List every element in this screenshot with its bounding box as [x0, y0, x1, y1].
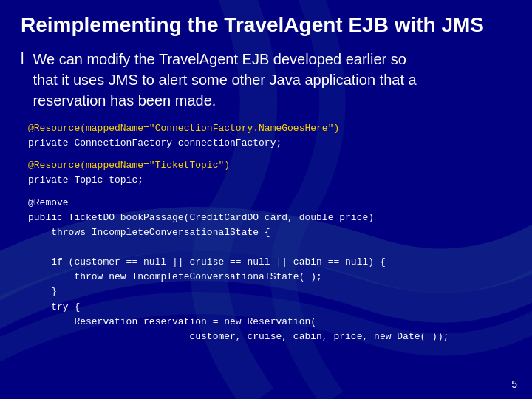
code-section-3: @Remove public TicketDO bookPassage(Cred… [21, 196, 511, 344]
bullet-line-3: reservation has been made. [33, 92, 216, 109]
annotation-1: @Resource(mappedName="ConnectionFactory.… [28, 123, 339, 134]
code-throws: throws IncompleteConversationalState { [28, 227, 270, 238]
bullet-text: We can modify the TravelAgent EJB develo… [33, 49, 416, 111]
code-if: if (customer == null || cruise == null |… [28, 256, 386, 267]
code-block-2: @Resource(mappedName="TicketTopic") priv… [28, 158, 511, 188]
code-line-topic: private Topic topic; [28, 174, 143, 185]
code-if-close: } [28, 286, 57, 297]
code-section-2: @Resource(mappedName="TicketTopic") priv… [21, 158, 511, 188]
code-try: try { [28, 301, 80, 313]
annotation-2: @Resource(mappedName="TicketTopic") [28, 160, 230, 171]
code-remove: @Remove [28, 197, 69, 208]
bullet-line-1: We can modify the TravelAgent EJB develo… [33, 51, 406, 67]
page-number: 5 [511, 378, 517, 390]
code-block-1: @Resource(mappedName="ConnectionFactory.… [28, 121, 511, 151]
code-throw: throw new IncompleteConversationalState(… [28, 271, 322, 282]
code-block-3: @Remove public TicketDO bookPassage(Cred… [28, 196, 511, 344]
code-reservation-args: customer, cruise, cabin, price, new Date… [28, 331, 449, 342]
code-method: public TicketDO bookPassage(CreditCardDO… [28, 212, 374, 223]
bullet-section: l We can modify the TravelAgent EJB deve… [21, 49, 511, 111]
slide: Reimplementing the TravelAgent EJB with … [0, 0, 532, 399]
bullet-marker: l [21, 50, 24, 67]
code-reservation: Reservation reservation = new Reservatio… [28, 316, 316, 327]
slide-title: Reimplementing the TravelAgent EJB with … [21, 13, 511, 37]
code-line-2: private ConnectionFactory connectionFact… [28, 137, 282, 149]
bullet-line-2: that it uses JMS to alert some other Jav… [33, 72, 416, 88]
code-section-1: @Resource(mappedName="ConnectionFactory.… [21, 121, 511, 151]
